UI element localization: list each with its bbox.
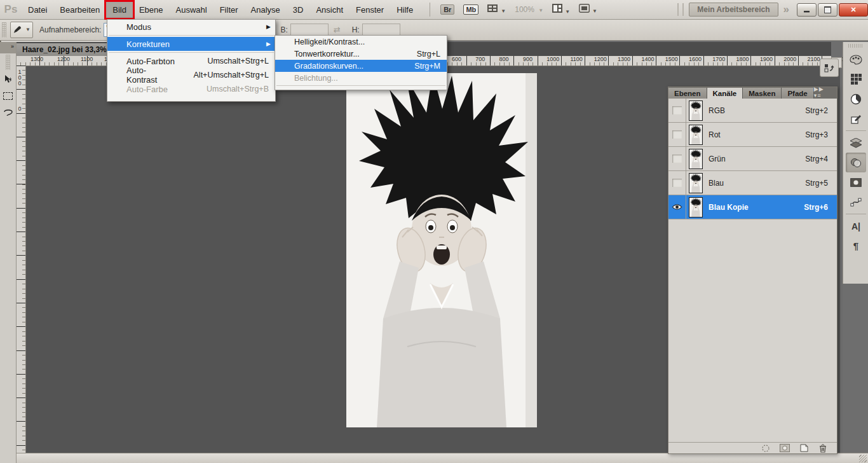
tab-masken[interactable]: Masken (743, 88, 782, 99)
lasso-tool-button[interactable] (0, 104, 16, 121)
color-panel-icon[interactable] (843, 50, 868, 69)
menubar-item-3d[interactable]: 3D (287, 2, 310, 18)
channel-row-blau-kopie[interactable]: Blau KopieStrg+6 (668, 195, 837, 219)
ruler-label: 1200 (594, 56, 607, 62)
menubar-item-bearbeiten[interactable]: Bearbeiten (53, 2, 106, 18)
menubar-item-fenster[interactable]: Fenster (349, 2, 390, 18)
channel-row-rgb[interactable]: RGBStrg+2 (668, 99, 837, 123)
extras-button[interactable]: ▼ (487, 4, 506, 15)
menu-item-helligkeit-kontrast[interactable]: Helligkeit/Kontrast... (275, 36, 447, 48)
adjustments-panel-icon[interactable] (843, 89, 868, 109)
toolbox-collapse-button[interactable]: » (0, 42, 16, 53)
options-bar-grip[interactable] (2, 22, 6, 38)
visibility-toggle[interactable] (668, 147, 686, 170)
channel-row-rot[interactable]: RotStrg+3 (668, 123, 837, 147)
visibility-empty-well (672, 155, 682, 163)
bridge-button[interactable]: Br (440, 4, 454, 15)
marquee-tool-button[interactable] (0, 88, 16, 104)
zoom-level-control[interactable]: 100% ▼ (515, 5, 543, 14)
link-dimensions-icon[interactable]: ⇄ (334, 25, 341, 34)
menu-item-korrekturen[interactable]: Korrekturen ▶ (107, 37, 275, 51)
swatches-panel-icon[interactable] (843, 69, 868, 89)
paragraph-panel-icon[interactable]: ¶ (843, 236, 868, 256)
mobile-button[interactable]: Mb (463, 4, 478, 15)
panel-collapse-button[interactable]: ▶▶ ▾≡ (814, 86, 837, 99)
workspace-button[interactable]: Mein Arbeitsbereich (689, 3, 778, 17)
menubar-item-auswahl[interactable]: Auswahl (170, 2, 214, 18)
menu-item-label: Gradationskurven... (294, 62, 363, 71)
menu-item-belichtung[interactable]: Belichtung... (275, 72, 447, 84)
menu-item-auto-kontrast[interactable]: Auto-Kontrast Alt+Umschalt+Strg+L (107, 68, 275, 82)
channels-panel-icon[interactable] (846, 153, 866, 172)
height-field[interactable] (362, 24, 400, 36)
document-tab[interactable]: Haare_02.jpg bei 33,3% (16, 43, 121, 56)
dock-grip[interactable] (848, 44, 864, 48)
toolbox: » (0, 42, 17, 463)
masks-panel-icon[interactable] (843, 172, 868, 192)
type-panel-icon[interactable]: A| (843, 216, 868, 236)
menubar-item-ansicht[interactable]: Ansicht (309, 2, 349, 18)
channel-row-blau[interactable]: BlauStrg+5 (668, 171, 837, 195)
application-bar: Br Mb ▼ 100% ▼ ▼ (428, 3, 597, 17)
channel-row-grün[interactable]: GrünStrg+4 (668, 147, 837, 171)
channel-shortcut: Strg+4 (805, 155, 837, 163)
screen-mode-button[interactable]: ▼ (579, 4, 597, 15)
panel-dock: A|¶ (843, 42, 868, 284)
load-selection-icon[interactable] (761, 444, 771, 452)
menu-item-tonwertkorrektur[interactable]: Tonwertkorrektur... Strg+L (275, 48, 447, 60)
paths-panel-icon[interactable] (843, 192, 868, 212)
arrange-documents-button[interactable]: ▼ (552, 4, 570, 16)
visibility-toggle[interactable] (668, 195, 686, 219)
restore-button[interactable] (818, 3, 837, 17)
workspace-grip[interactable] (677, 3, 684, 16)
visibility-toggle[interactable] (668, 99, 686, 122)
korrekturen-submenu: Helligkeit/Kontrast... Tonwertkorrektur.… (275, 35, 447, 90)
tab-ebenen[interactable]: Ebenen (668, 88, 707, 99)
sample-size-label: Aufnahmebereich: (39, 25, 101, 34)
menubar-item-datei[interactable]: Datei (22, 2, 53, 18)
panel-menu-icon[interactable]: ▾≡ (814, 92, 822, 99)
workspace-chevrons-icon[interactable]: » (783, 3, 789, 16)
menu-separator (276, 85, 445, 86)
ruler-label: 100 (17, 69, 22, 86)
ruler-label: 2000 (783, 56, 796, 62)
tab-kanaele[interactable]: Kanäle (707, 88, 743, 99)
resize-grip[interactable] (859, 455, 867, 462)
tab-pfade[interactable]: Pfade (782, 88, 813, 99)
menubar-item-bild[interactable]: Bild (106, 2, 133, 18)
save-selection-as-channel-icon[interactable] (780, 444, 790, 452)
visibility-toggle[interactable] (668, 171, 686, 195)
filmstrip-icon (487, 4, 499, 13)
minimize-button[interactable] (797, 3, 817, 17)
visibility-empty-well (672, 106, 682, 114)
minimize-icon (804, 7, 810, 13)
menu-item-auto-farbe[interactable]: Auto-Farbe Umschalt+Strg+B (107, 82, 275, 96)
delete-channel-icon[interactable] (818, 444, 828, 452)
menu-bar: Ps DateiBearbeitenBildEbeneAuswahlFilter… (0, 0, 868, 20)
active-tool-button[interactable]: ▼ (10, 22, 33, 38)
menubar-item-ebene[interactable]: Ebene (133, 2, 170, 18)
visibility-toggle[interactable] (668, 123, 686, 146)
menu-item-modus[interactable]: Modus ▶ (107, 20, 275, 34)
menubar-item-analyse[interactable]: Analyse (245, 2, 287, 18)
dock-separator (846, 214, 866, 214)
menu-item-label: Auto-Farbton (126, 57, 175, 66)
menubar-item-filter[interactable]: Filter (214, 2, 245, 18)
channel-thumbnail (689, 125, 702, 144)
ruler-label: 1700 (712, 56, 725, 62)
toolbox-grip[interactable] (6, 55, 10, 70)
move-tool-button[interactable] (0, 71, 16, 88)
styles-panel-icon[interactable] (843, 109, 868, 128)
horizontal-scrollbar[interactable] (0, 453, 868, 463)
layers-panel-icon[interactable] (843, 133, 868, 153)
width-field[interactable] (290, 24, 329, 36)
menu-item-label: Modus (126, 22, 151, 32)
ruler-label: 600 (452, 56, 461, 62)
menu-item-label: Belichtung... (294, 74, 338, 83)
close-button[interactable]: ✕ (839, 3, 868, 17)
ruler-label: 1100 (81, 56, 93, 62)
menu-item-gradationskurven[interactable]: Gradationskurven... Strg+M (275, 60, 447, 72)
new-channel-icon[interactable] (799, 444, 809, 452)
history-panel-icon[interactable] (820, 59, 839, 77)
menubar-item-hilfe[interactable]: Hilfe (390, 2, 419, 18)
